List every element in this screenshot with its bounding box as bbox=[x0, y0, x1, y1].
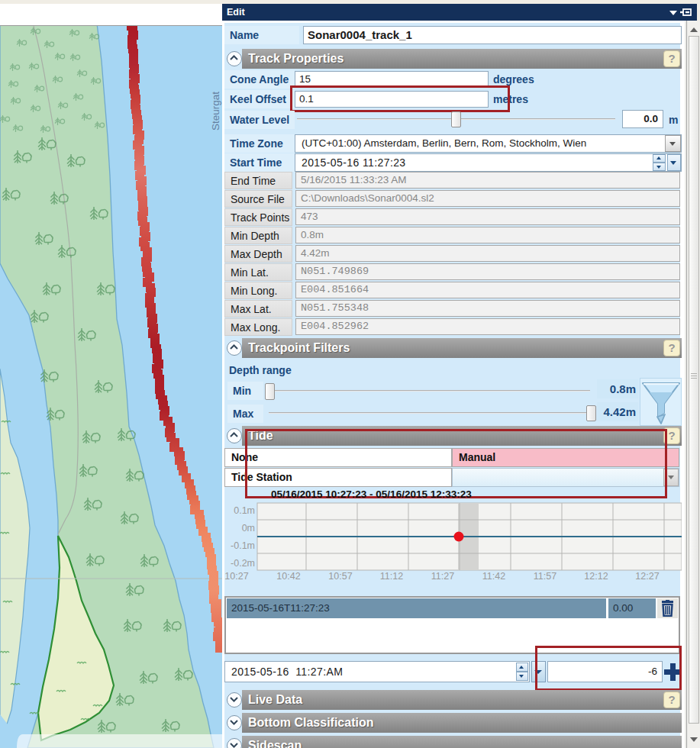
svg-text:10:42: 10:42 bbox=[276, 571, 300, 582]
svg-text:0m: 0m bbox=[242, 523, 255, 534]
svg-text:-0.1m: -0.1m bbox=[231, 540, 255, 551]
svg-text:-0.2m: -0.2m bbox=[231, 558, 255, 569]
svg-text:10:27: 10:27 bbox=[224, 571, 248, 582]
svg-text:0.1m: 0.1m bbox=[234, 505, 255, 516]
svg-text:12:12: 12:12 bbox=[584, 571, 608, 582]
svg-text:11:12: 11:12 bbox=[380, 571, 403, 582]
svg-text:11:27: 11:27 bbox=[431, 571, 454, 582]
svg-text:11:57: 11:57 bbox=[534, 571, 556, 582]
svg-text:12:27: 12:27 bbox=[635, 571, 659, 582]
svg-text:10:57: 10:57 bbox=[328, 571, 352, 582]
svg-text:Steurgat: Steurgat bbox=[210, 92, 221, 131]
svg-text:11:42: 11:42 bbox=[482, 571, 505, 582]
